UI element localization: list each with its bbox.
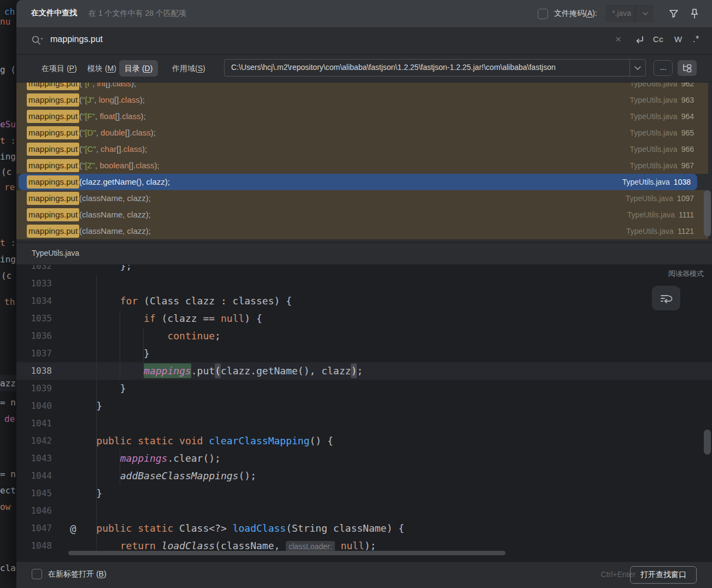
match-highlight: mappings.put xyxy=(27,126,79,139)
match-highlight: mappings.put xyxy=(27,159,79,172)
background-code-fragment: ing xyxy=(0,151,16,162)
open-in-new-tab-label[interactable]: 在新标签打开 (B) xyxy=(48,569,107,579)
background-code-fragment: eSu xyxy=(0,119,16,130)
result-row[interactable]: mappings.put("[I", int[].class);TypeUtil… xyxy=(16,82,708,92)
result-file-location: TypeUtils.java1038 xyxy=(622,174,691,190)
background-code-fragment: re xyxy=(4,182,15,192)
match-highlight: mappings.put xyxy=(27,82,79,90)
background-code-fragment: ing xyxy=(0,254,16,264)
preview-file-name: TypeUtils.java xyxy=(32,249,79,257)
highlighted-identifier: mappings xyxy=(144,363,191,378)
scope-tab-d[interactable]: 目录 (D) xyxy=(119,60,158,77)
screen: { "colors": { "selection_blue": "#315083… xyxy=(0,0,712,588)
line-number: 1046 xyxy=(16,502,52,520)
code-line: 1036 continue; xyxy=(16,327,712,345)
code-line: 1034 for (Class clazz : classes) { xyxy=(16,292,712,310)
code-line: 1042 public static void clearClassMappin… xyxy=(16,432,712,450)
indent-guide xyxy=(96,275,97,551)
search-row: mappings.put × Cc W .* xyxy=(16,27,712,55)
line-number: 1034 xyxy=(16,292,52,310)
directory-tree-icon xyxy=(681,63,693,73)
editor-horizontal-scrollbar[interactable] xyxy=(68,551,505,555)
reader-mode-button[interactable] xyxy=(652,286,680,310)
result-file-location: TypeUtils.java964 xyxy=(629,108,694,125)
result-row[interactable]: mappings.put("[J", long[].class);TypeUti… xyxy=(16,92,708,108)
regex-toggle[interactable]: .* xyxy=(693,34,699,44)
line-number: 1047 xyxy=(16,520,52,537)
preview-header: TypeUtils.java xyxy=(16,242,712,265)
background-code-fragment: t : xyxy=(0,136,16,146)
filter-button[interactable] xyxy=(668,8,681,21)
search-icon[interactable] xyxy=(31,35,47,46)
dialog-title-bar: 在文件中查找 在 1 个文件中有 28 个匹配项 文件掩码(A): *.java xyxy=(16,0,712,27)
browse-directory-button[interactable]: ... xyxy=(654,60,673,76)
background-code-fragment: cla xyxy=(0,563,16,573)
find-in-files-dialog: 在文件中查找 在 1 个文件中有 28 个匹配项 文件掩码(A): *.java xyxy=(16,0,712,588)
directory-path-field[interactable]: C:\Users\hcj\.m2\repository\com\alibaba\… xyxy=(224,59,646,77)
result-row[interactable]: mappings.put(className, clazz);TypeUtils… xyxy=(16,207,708,223)
result-row[interactable]: mappings.put("[F", float[].class);TypeUt… xyxy=(16,108,708,125)
line-number: 1045 xyxy=(16,485,52,502)
directory-tree-button[interactable] xyxy=(678,60,697,76)
line-number: 1032 xyxy=(16,265,52,275)
newline-icon[interactable] xyxy=(633,34,646,46)
directory-path-value: C:\Users\hcj\.m2\repository\com\alibaba\… xyxy=(231,63,556,72)
chevron-down-icon[interactable] xyxy=(634,66,642,70)
background-code-fragment: (c xyxy=(1,167,11,177)
scope-tab-m[interactable]: 模块 (M) xyxy=(82,60,122,77)
background-code-fragment: ow xyxy=(0,502,10,512)
background-editor-code: chnug (eSut :ing(cret :ing(cthazz= nde= … xyxy=(0,0,16,588)
result-row[interactable]: mappings.put("[Z", boolean[].class);Type… xyxy=(16,157,708,174)
open-find-window-button[interactable]: 打开查找窗口 xyxy=(630,566,697,584)
background-code-fragment: nu xyxy=(0,16,10,27)
parameter-hint: classLoader: xyxy=(286,541,334,552)
bottom-bar: 在新标签打开 (B) Ctrl+Enter 打开查找窗口 xyxy=(16,561,712,588)
result-row[interactable]: mappings.put(clazz.getName(), clazz);Typ… xyxy=(19,174,697,190)
reader-mode-label: 阅读器模式 xyxy=(668,269,704,279)
code-line-current: 1038 mappings.put(clazz.getName(), clazz… xyxy=(16,362,712,380)
result-file-location: TypeUtils.java967 xyxy=(629,157,694,174)
result-row[interactable]: mappings.put(className, clazz);TypeUtils… xyxy=(16,190,708,207)
match-highlight: mappings.put xyxy=(27,225,79,238)
code-line: 1032 }; xyxy=(16,265,712,275)
code-line: 1037 } xyxy=(16,345,712,362)
result-row[interactable]: mappings.put(className, clazz);TypeUtils… xyxy=(16,223,708,239)
dialog-title: 在文件中查找 xyxy=(31,8,77,18)
open-in-new-tab-checkbox[interactable] xyxy=(32,569,42,579)
match-case-toggle[interactable]: Cc xyxy=(653,34,663,44)
scope-tab-p[interactable]: 在项目 (P) xyxy=(36,60,83,77)
line-number: 1038 xyxy=(16,362,52,380)
result-file-location: TypeUtils.java1097 xyxy=(626,190,694,207)
match-highlight: mappings.put xyxy=(27,93,79,107)
code-preview-editor[interactable]: 1032 };10331034 for (Class clazz : class… xyxy=(16,265,712,562)
whole-words-toggle[interactable]: W xyxy=(674,34,682,44)
result-row[interactable]: mappings.put("[D", double[].class);TypeU… xyxy=(16,125,708,141)
search-input[interactable]: mappings.put xyxy=(50,34,103,44)
results-scrollbar[interactable] xyxy=(704,190,711,237)
pin-button[interactable] xyxy=(689,8,702,21)
background-code-fragment: th xyxy=(4,297,15,307)
indent-guide xyxy=(143,327,144,362)
result-file-location: TypeUtils.java962 xyxy=(629,82,694,92)
result-file-location: TypeUtils.java1121 xyxy=(626,223,694,239)
line-number: 1044 xyxy=(16,467,52,485)
file-mask-label[interactable]: 文件掩码(A): xyxy=(554,9,597,19)
editor-vertical-scrollbar[interactable] xyxy=(704,430,711,455)
file-mask-value: *.java xyxy=(612,9,631,17)
scope-tab-s[interactable]: 作用域(S) xyxy=(167,60,211,77)
indent-guide xyxy=(120,310,120,380)
line-number: 1043 xyxy=(16,450,52,467)
line-number: 1039 xyxy=(16,380,52,397)
background-code-fragment: = n xyxy=(0,397,16,408)
result-file-location: TypeUtils.java1111 xyxy=(627,207,694,223)
match-highlight: mappings.put xyxy=(27,110,79,123)
file-mask-combo[interactable]: *.java xyxy=(605,5,654,22)
file-mask-checkbox[interactable] xyxy=(538,9,548,19)
clear-search-button[interactable]: × xyxy=(615,33,622,45)
search-results-list[interactable]: mappings.put("[I", int[].class);TypeUtil… xyxy=(16,82,712,242)
code-line: 1046 xyxy=(16,502,712,520)
background-code-fragment: t : xyxy=(0,238,16,248)
code-line: 1035 if (clazz == null) { xyxy=(16,310,712,327)
result-row[interactable]: mappings.put("[C", char[].class);TypeUti… xyxy=(16,141,708,157)
match-highlight: mappings.put xyxy=(27,175,79,189)
